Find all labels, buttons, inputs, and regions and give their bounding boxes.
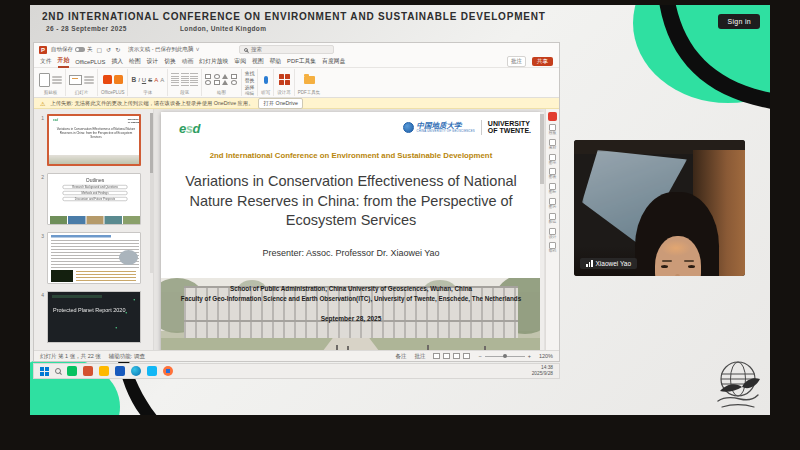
tab-draw[interactable]: 绘图	[129, 57, 141, 66]
material-icon[interactable]	[114, 75, 123, 84]
toggle-icon[interactable]	[75, 47, 85, 52]
dictate-mic-icon[interactable]	[264, 76, 268, 84]
taskbar-clock[interactable]: 14:382025/9/28	[532, 365, 553, 377]
slide-counter: 幻灯片 第 1 张，共 22 张	[40, 353, 101, 360]
thumbnail-slide-3[interactable]	[47, 232, 141, 284]
powerpoint-taskbar-icon[interactable]	[83, 366, 93, 376]
thumbnail-slide-4[interactable]: Protected Planet Report 2020	[47, 291, 141, 343]
tab-help[interactable]: 帮助	[270, 57, 282, 66]
sidebar-item-design[interactable]: 设计	[549, 228, 557, 240]
group-clipboard[interactable]: 剪贴板	[36, 69, 66, 96]
esd-logo: esd	[179, 121, 200, 136]
tab-pdf-tools[interactable]: PDF工具集	[287, 57, 316, 66]
group-editing[interactable]: 查找 替换 选择 编辑	[242, 69, 259, 96]
sidebar-item-diagrams[interactable]: 图示	[549, 154, 557, 166]
accessibility-status: 辅助功能: 调查	[109, 353, 145, 360]
normal-view-icon[interactable]	[433, 353, 440, 359]
taskbar-search-icon[interactable]	[55, 368, 61, 374]
qq-icon[interactable]	[147, 366, 157, 376]
replace-button[interactable]: 替换	[245, 77, 255, 83]
redo-icon[interactable]: ↻	[115, 46, 120, 53]
group-slides[interactable]: 幻灯片	[66, 69, 98, 96]
comments-button[interactable]: 批注	[507, 56, 526, 67]
sidebar-item-pictures[interactable]: 图片	[549, 198, 557, 210]
share-button[interactable]: 共享	[532, 57, 553, 66]
group-designer[interactable]: 设计器	[274, 69, 295, 96]
strike-button[interactable]: S	[148, 77, 152, 83]
group-officeplus[interactable]: OfficePLUS	[98, 69, 128, 96]
save-icon[interactable]: ▢	[97, 46, 103, 53]
tab-officeplus[interactable]: OfficePLUS	[75, 59, 105, 65]
word-icon[interactable]	[115, 366, 125, 376]
undo-icon[interactable]: ↺	[106, 46, 111, 53]
ppt-statusbar: 幻灯片 第 1 张，共 22 张 辅助功能: 调查 备注 批注 −+ 120%	[34, 350, 559, 361]
tab-transitions[interactable]: 切换	[164, 57, 176, 66]
wechat-icon[interactable]	[67, 366, 77, 376]
view-switcher[interactable]	[433, 353, 470, 359]
sidebar-item-help[interactable]: 帮助	[549, 242, 557, 254]
palette-icon	[549, 213, 556, 220]
tab-netdisk[interactable]: 百度网盘	[322, 57, 345, 66]
edge-browser-icon[interactable]	[131, 366, 141, 376]
twente-logo: UNIVERSITYOF TWENTE.	[481, 120, 531, 135]
group-drawing[interactable]: 绘图	[202, 69, 242, 96]
bold-button[interactable]: B	[131, 76, 136, 83]
slide-date: September 28, 2025	[161, 315, 541, 322]
search-input[interactable]: 搜索	[239, 45, 334, 54]
italic-button[interactable]: I	[138, 77, 140, 83]
plugin-logo-icon[interactable]	[548, 112, 557, 121]
sidebar-item-colors[interactable]: 配色	[549, 213, 557, 225]
sign-in-button[interactable]: Sign in	[718, 14, 760, 29]
slideshow-icon[interactable]	[463, 353, 470, 359]
thumbnail-scrollbar[interactable]	[150, 113, 153, 273]
thumbnail-slide-2[interactable]: Outlines Research Background and Questio…	[47, 173, 141, 225]
tab-home[interactable]: 开始	[58, 56, 70, 68]
tab-slideshow[interactable]: 幻灯片放映	[199, 57, 228, 66]
designer-icon[interactable]	[279, 74, 290, 85]
pdf-folder-icon[interactable]	[304, 76, 315, 84]
firefox-icon[interactable]	[163, 366, 173, 376]
picture-icon	[549, 198, 556, 205]
open-onedrive-button[interactable]: 打开 OneDrive	[258, 98, 302, 109]
zoom-percent[interactable]: 120%	[539, 353, 553, 359]
reading-view-icon[interactable]	[453, 353, 460, 359]
sidebar-item-charts[interactable]: 图表	[549, 168, 557, 180]
group-dictate[interactable]: 听写	[258, 69, 274, 96]
status-comments-button[interactable]: 批注	[414, 353, 425, 360]
autosave-toggle[interactable]: 自动保存 关	[51, 46, 93, 53]
template-icon	[549, 124, 556, 131]
tab-design[interactable]: 设计	[147, 57, 159, 66]
tab-file[interactable]: 文件	[40, 57, 52, 66]
underline-button[interactable]: U	[142, 77, 146, 83]
sidebar-item-icons[interactable]: 图标	[549, 183, 557, 195]
group-paragraph[interactable]: 段落	[168, 69, 202, 96]
presenter-webcam[interactable]: Xiaowei Yao	[574, 140, 745, 276]
group-font[interactable]: B I U S AA 字体	[128, 69, 168, 96]
start-button-icon[interactable]	[40, 367, 49, 376]
diagram-icon	[549, 154, 556, 161]
zoom-slider[interactable]	[485, 356, 525, 357]
template-icon[interactable]	[103, 75, 112, 84]
tab-view[interactable]: 视图	[252, 57, 264, 66]
ribbon: 剪贴板 幻灯片 OfficePLUS B I U	[34, 68, 559, 98]
tab-insert[interactable]: 插入	[111, 57, 123, 66]
paste-icon[interactable]	[39, 73, 50, 87]
sidebar-item-templates[interactable]: 模板	[549, 124, 557, 136]
signal-strength-icon	[586, 260, 593, 267]
search-icon	[244, 48, 248, 52]
notes-button[interactable]: 备注	[395, 353, 406, 360]
find-button[interactable]: 查找	[245, 70, 255, 76]
slide-conference-line: 2nd International Conference on Environm…	[161, 151, 541, 160]
zoom-control[interactable]: −+	[478, 353, 530, 359]
new-slide-icon[interactable]	[69, 75, 82, 85]
participant-name-label: Xiaowei Yao	[580, 258, 637, 269]
tab-review[interactable]: 审阅	[234, 57, 246, 66]
conference-location: London, United Kingdom	[180, 25, 266, 32]
group-pdf[interactable]: PDF工具集	[295, 69, 324, 96]
sorter-view-icon[interactable]	[443, 353, 450, 359]
file-explorer-icon[interactable]	[99, 366, 109, 376]
thumbnail-slide-1[interactable]: esd UNIVERSITYOF TWENTE. Variations in C…	[47, 114, 141, 166]
current-slide[interactable]: esd 中国地质大学CHINA UNIVERSITY OF GEOSCIENCE…	[161, 112, 541, 350]
sidebar-item-materials[interactable]: 素材	[549, 139, 557, 151]
tab-animations[interactable]: 动画	[182, 57, 194, 66]
